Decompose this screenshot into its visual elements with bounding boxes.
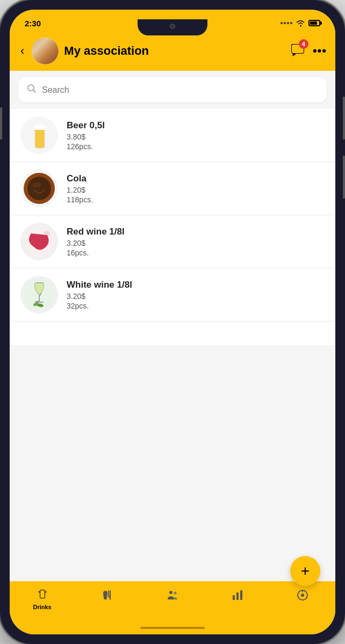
cola-icon [23, 172, 55, 204]
product-name: Red wine 1/8l [67, 226, 325, 237]
product-qty: 32pcs. [67, 302, 325, 310]
red-wine-icon [23, 225, 55, 258]
product-thumbnail-white-wine [20, 276, 58, 313]
home-bar [140, 627, 205, 629]
list-item[interactable]: Beer 0,5l 3.80$ 126pcs. [10, 109, 335, 162]
wifi-icon [296, 19, 305, 27]
settings-icon [296, 589, 309, 602]
header: ‹ My association [10, 33, 335, 71]
search-icon [27, 84, 37, 96]
notification-badge: 4 [299, 39, 308, 49]
bottom-nav: Drinks [10, 581, 335, 621]
add-icon: + [301, 562, 310, 580]
phone-screen: 2:30 ‹ My assoc [10, 10, 335, 634]
food-icon [101, 589, 114, 602]
product-thumbnail-red-wine [20, 223, 58, 260]
svg-line-8 [33, 90, 36, 93]
more-button[interactable]: ••• [313, 44, 327, 58]
svg-rect-23 [233, 595, 235, 600]
page-title: My association [64, 44, 285, 58]
product-price: 3.80$ [67, 133, 325, 141]
search-container [10, 71, 335, 109]
svg-point-0 [300, 26, 301, 27]
power-button [343, 97, 345, 140]
status-icons [281, 19, 320, 27]
list-item[interactable]: White wine 1/8l 3.20$ 32pcs. [10, 268, 335, 321]
svg-point-27 [301, 594, 304, 597]
notification-button[interactable]: 4 [290, 42, 305, 60]
svg-rect-11 [35, 127, 45, 130]
battery-icon [308, 20, 320, 26]
beer-icon [28, 120, 50, 150]
members-icon [166, 589, 179, 602]
silent-button [343, 156, 345, 199]
add-button[interactable]: + [290, 556, 320, 586]
list-item[interactable]: Cola 1.20$ 118pcs. [10, 162, 335, 215]
list-item[interactable]: Red wine 1/8l 3.20$ 16pcs. [10, 215, 335, 268]
product-name: Cola [67, 173, 325, 184]
svg-rect-24 [236, 592, 239, 600]
notch [138, 19, 207, 35]
product-qty: 16pcs. [67, 248, 325, 257]
search-bar[interactable] [18, 77, 327, 103]
product-price: 1.20$ [67, 186, 325, 194]
content-area: Beer 0,5l 3.80$ 126pcs. [10, 71, 335, 581]
svg-point-21 [169, 591, 172, 594]
nav-item-members[interactable] [140, 587, 205, 606]
product-info-beer: Beer 0,5l 3.80$ 126pcs. [67, 120, 325, 151]
back-button[interactable]: ‹ [18, 42, 26, 60]
nav-item-drinks[interactable]: Drinks [10, 587, 75, 612]
header-actions: 4 ••• [290, 42, 327, 60]
drinks-icon [36, 589, 49, 602]
avatar-image [32, 38, 59, 64]
product-qty: 126pcs. [67, 142, 325, 151]
volume-button [0, 107, 2, 140]
svg-rect-20 [40, 590, 45, 598]
nav-item-food[interactable] [75, 587, 140, 606]
empty-space [10, 345, 335, 581]
nav-item-stats[interactable] [205, 587, 270, 606]
product-price: 3.20$ [67, 292, 325, 301]
avatar [32, 38, 59, 64]
svg-rect-25 [240, 590, 242, 600]
product-thumbnail-beer [20, 116, 58, 154]
signal-icon [281, 22, 292, 24]
camera [170, 24, 175, 29]
svg-rect-9 [35, 128, 45, 148]
product-thumbnail-cola [20, 170, 58, 207]
svg-point-13 [27, 177, 51, 200]
product-qty: 118pcs. [67, 195, 325, 204]
phone-frame: 2:30 ‹ My assoc [0, 0, 345, 644]
product-name: White wine 1/8l [67, 280, 325, 290]
home-indicator [10, 621, 335, 634]
svg-point-14 [32, 182, 41, 188]
product-info-cola: Cola 1.20$ 118pcs. [67, 173, 325, 204]
product-list: Beer 0,5l 3.80$ 126pcs. [10, 109, 335, 345]
product-name: Beer 0,5l [67, 120, 325, 131]
nav-label-drinks: Drinks [33, 604, 51, 610]
product-info-red-wine: Red wine 1/8l 3.20$ 16pcs. [67, 226, 325, 257]
product-price: 3.20$ [67, 239, 325, 247]
search-input[interactable] [42, 85, 318, 95]
nav-item-settings[interactable] [270, 587, 335, 606]
product-info-white-wine: White wine 1/8l 3.20$ 32pcs. [67, 280, 325, 310]
svg-point-22 [174, 592, 177, 595]
status-time: 2:30 [25, 19, 41, 28]
white-wine-icon [23, 279, 55, 311]
stats-icon [231, 589, 244, 602]
